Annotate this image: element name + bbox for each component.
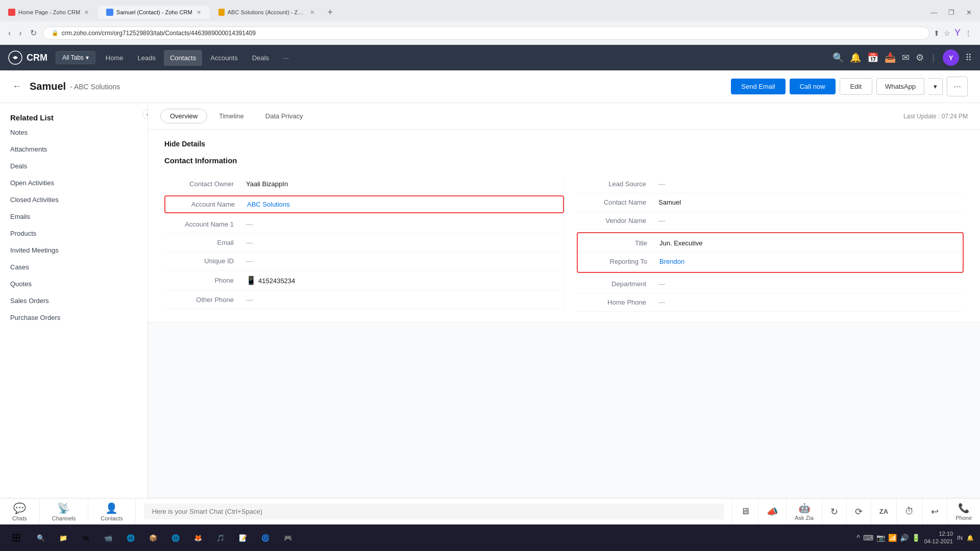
keyboard-icon[interactable]: ⌨: [863, 534, 873, 542]
tab-close-2[interactable]: ✕: [197, 9, 201, 16]
field-value-vendor-name: —: [658, 217, 665, 224]
sidebar-item-deals[interactable]: Deals: [0, 158, 148, 174]
sidebar-item-products[interactable]: Products: [0, 225, 148, 242]
sidebar-item-open-activities[interactable]: Open Activities: [0, 174, 148, 191]
sidebar-item-attachments[interactable]: Attachments: [0, 141, 148, 158]
taskbar-dropbox[interactable]: 📦: [143, 528, 163, 548]
call-now-button[interactable]: Call now: [790, 79, 836, 94]
back-nav-button[interactable]: ‹: [6, 27, 13, 40]
sidebar-item-notes[interactable]: Notes: [0, 124, 148, 141]
user-avatar[interactable]: Y: [943, 49, 959, 66]
all-tabs-button[interactable]: All Tabs ▾: [56, 51, 95, 64]
field-phone: Phone 📱4152435234: [164, 270, 564, 291]
notification-icon[interactable]: 🔔: [967, 535, 974, 541]
notifications-icon[interactable]: 🔔: [850, 52, 861, 63]
bookmark-icon[interactable]: ☆: [944, 29, 950, 37]
address-bar[interactable]: 🔒 crm.zoho.com/crm/org712529893/tab/Cont…: [43, 27, 929, 40]
chevron-up-icon[interactable]: ^: [856, 534, 860, 542]
apps-grid-icon[interactable]: ⠿: [965, 52, 972, 63]
more-actions-button[interactable]: ···: [947, 77, 968, 96]
bottom-undo-icon[interactable]: ↩: [922, 498, 947, 524]
edit-button[interactable]: Edit: [840, 78, 872, 95]
bottom-timer-icon[interactable]: ⏱: [896, 498, 922, 524]
taskbar-browser[interactable]: 🦊: [188, 528, 208, 548]
tab-data-privacy[interactable]: Data Privacy: [256, 109, 313, 123]
taskbar-chrome[interactable]: 🌐: [120, 528, 141, 548]
sidebar-item-sales-orders[interactable]: Sales Orders: [0, 292, 148, 309]
sidebar-item-cases[interactable]: Cases: [0, 259, 148, 276]
smart-chat-area[interactable]: [136, 498, 732, 524]
menu-icon[interactable]: ⋮: [965, 29, 972, 37]
close-button[interactable]: ✕: [962, 7, 976, 18]
crm-bottom-bar: 💬 Chats 📡 Channels 👤 Contacts 🖥 📣 🤖Ask Z…: [0, 498, 980, 524]
battery-icon[interactable]: 🔋: [912, 534, 920, 542]
wifi-icon[interactable]: 📶: [888, 534, 897, 542]
tab-1[interactable]: Home Page - Zoho CRM ✕: [0, 6, 97, 19]
profile-icon[interactable]: Y: [954, 28, 961, 38]
taskbar-app1[interactable]: 🎵: [210, 528, 231, 548]
sidebar-item-quotes[interactable]: Quotes: [0, 276, 148, 292]
minimize-button[interactable]: —: [927, 7, 941, 18]
taskbar-word[interactable]: 📝: [233, 528, 253, 548]
bottom-screen-icon[interactable]: 🖥: [732, 498, 758, 524]
whatsapp-dropdown-button[interactable]: ▾: [928, 78, 943, 95]
start-button[interactable]: ⊞: [6, 528, 27, 548]
mail-icon[interactable]: ✉: [902, 52, 910, 63]
tab-close-3[interactable]: ✕: [310, 9, 314, 16]
field-value-contact-name: Samuel: [658, 198, 681, 206]
back-button[interactable]: ←: [12, 81, 21, 92]
tab-timeline[interactable]: Timeline: [209, 109, 254, 123]
settings-icon[interactable]: ⚙: [916, 52, 924, 63]
calendar-icon[interactable]: 📅: [867, 52, 878, 63]
nav-home[interactable]: Home: [100, 50, 130, 66]
share-icon[interactable]: ⬆: [934, 29, 940, 37]
nav-deals[interactable]: Deals: [246, 50, 275, 66]
bottom-phone-icon[interactable]: 📞Phone: [947, 498, 980, 524]
field-value-reporting-to[interactable]: Brendon: [659, 258, 684, 265]
taskbar-app2[interactable]: 🌀: [255, 528, 276, 548]
tab-2[interactable]: Samuel (Contact) - Zoho CRM ✕: [98, 6, 209, 19]
smart-chat-input[interactable]: [144, 504, 724, 519]
sidebar-item-invited-meetings[interactable]: Invited Meetings: [0, 242, 148, 259]
system-clock[interactable]: 12:10 04-12-2021: [924, 530, 953, 546]
taskbar-search[interactable]: 🔍: [31, 528, 51, 548]
taskbar-chrome2[interactable]: 🌐: [165, 528, 186, 548]
bottom-refresh-icon[interactable]: ↻: [822, 498, 846, 524]
tab-close-1[interactable]: ✕: [84, 9, 89, 16]
reload-button[interactable]: ↻: [28, 26, 39, 40]
nav-leads[interactable]: Leads: [132, 50, 162, 66]
send-email-button[interactable]: Send Email: [731, 79, 785, 94]
sidebar-item-purchase-orders[interactable]: Purchase Orders: [0, 309, 148, 326]
hide-details-button[interactable]: Hide Details: [164, 140, 964, 148]
taskbar-store[interactable]: 🛍: [76, 528, 96, 548]
search-icon[interactable]: 🔍: [832, 52, 844, 63]
bottom-za-icon[interactable]: ZA: [871, 498, 896, 524]
bottom-chats[interactable]: 💬 Chats: [0, 498, 40, 524]
sidebar-item-closed-activities[interactable]: Closed Activities: [0, 191, 148, 208]
sync-icon: ⟳: [855, 506, 863, 517]
taskbar-zoom[interactable]: 📹: [98, 528, 118, 548]
volume-icon[interactable]: 🔊: [900, 534, 909, 542]
restore-button[interactable]: ❐: [944, 7, 959, 18]
nav-accounts[interactable]: Accounts: [204, 50, 243, 66]
tab-3[interactable]: ABC Solutions (Account) - Zoho C... ✕: [210, 6, 323, 19]
nav-more[interactable]: ···: [277, 50, 295, 66]
bottom-channels[interactable]: 📡 Channels: [40, 498, 88, 524]
taskbar-file-explorer[interactable]: 📁: [53, 528, 74, 548]
bottom-sync-icon[interactable]: ⟳: [846, 498, 871, 524]
taskbar-game[interactable]: 🎮: [278, 528, 298, 548]
bottom-contacts[interactable]: 👤 Contacts: [88, 498, 135, 524]
forward-nav-button[interactable]: ›: [17, 27, 23, 40]
tab-overview[interactable]: Overview: [160, 109, 207, 123]
import-icon[interactable]: 📥: [885, 52, 896, 63]
nav-contacts[interactable]: Contacts: [164, 50, 202, 66]
highlighted-title-group: Title Jun. Executive Reporting To Brendo…: [577, 232, 964, 273]
sidebar-item-emails[interactable]: Emails: [0, 208, 148, 225]
camera-icon[interactable]: 📷: [876, 534, 885, 542]
bottom-announce-icon[interactable]: 📣: [758, 498, 786, 524]
field-account-name: Account Name ABC Solutions: [164, 195, 564, 213]
bottom-ask-zia[interactable]: 🤖Ask Zia: [786, 498, 822, 524]
new-tab-button[interactable]: +: [324, 7, 337, 18]
whatsapp-button[interactable]: WhatsApp: [876, 78, 924, 95]
field-value-account-name[interactable]: ABC Solutions: [247, 201, 290, 208]
